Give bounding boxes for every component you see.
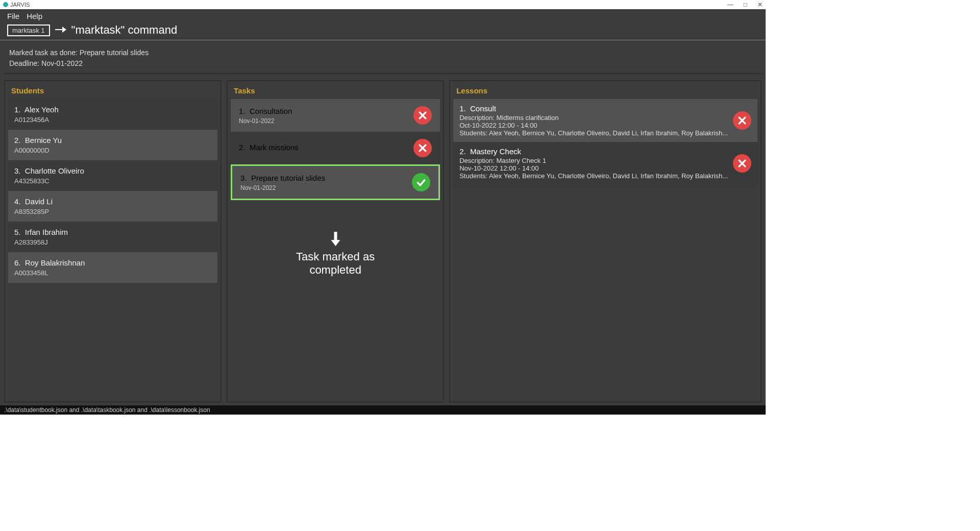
statusbar: .\data\studentbook.json and .\data\taskb… — [0, 405, 766, 415]
task-name: 3. Prepare tutorial slides — [240, 174, 325, 182]
close-icon[interactable]: ✕ — [757, 1, 763, 8]
lesson-name: 1. Consult — [459, 104, 728, 113]
x-icon — [733, 154, 751, 173]
task-item[interactable]: 3. Prepare tutorial slidesNov-01-2022 — [231, 164, 440, 200]
task-date: Nov-01-2022 — [239, 117, 292, 125]
menu-help[interactable]: Help — [27, 12, 42, 20]
result-display: Marked task as done: Prepare tutorial sl… — [4, 43, 762, 74]
lesson-students: Students: Alex Yeoh, Bernice Yu, Charlot… — [459, 129, 728, 137]
task-completed-annotation: Task marked as completed — [283, 232, 388, 277]
lesson-desc: Description: Midterms clarification — [459, 114, 728, 122]
annotation-text: Task marked as completed — [283, 250, 388, 277]
lessons-header: Lessons — [453, 84, 757, 99]
result-line: Marked task as done: Prepare tutorial sl… — [9, 47, 756, 58]
student-name: 4. David Li — [14, 197, 211, 206]
student-item[interactable]: 1. Alex YeohA0123456A — [8, 99, 217, 130]
task-name: 2. Mark missions — [239, 143, 299, 152]
minimize-icon[interactable]: — — [727, 1, 733, 8]
command-annotation: "marktask" command — [71, 23, 178, 37]
student-id: A0000000D — [14, 147, 211, 154]
arrow-down-icon — [283, 232, 388, 248]
student-item[interactable]: 6. Roy BalakrishnanA0033458L — [8, 252, 217, 283]
app-icon — [3, 2, 8, 7]
command-input[interactable]: marktask 1 — [7, 25, 50, 36]
student-name: 2. Bernice Yu — [14, 136, 211, 144]
task-item[interactable]: 1. ConsultationNov-01-2022 — [231, 99, 440, 132]
x-icon — [733, 111, 751, 130]
command-row: marktask 1 "marktask" command — [0, 22, 766, 40]
x-icon — [413, 106, 432, 125]
lesson-name: 2. Mastery Check — [459, 147, 728, 156]
task-item[interactable]: 2. Mark missions — [231, 132, 440, 164]
lesson-students: Students: Alex Yeoh, Bernice Yu, Charlot… — [459, 172, 728, 180]
lesson-item[interactable]: 1. ConsultDescription: Midterms clarific… — [453, 99, 757, 142]
task-date: Nov-01-2022 — [240, 184, 325, 191]
student-item[interactable]: 5. Irfan IbrahimA2833958J — [8, 222, 217, 252]
menu-file[interactable]: File — [7, 12, 19, 20]
student-item[interactable]: 4. David LiA8353285P — [8, 191, 217, 222]
lesson-desc: Description: Mastery Check 1 — [459, 157, 728, 164]
student-name: 6. Roy Balakrishnan — [14, 258, 211, 267]
student-id: A2833958J — [14, 238, 211, 246]
result-line: Deadline: Nov-01-2022 — [9, 58, 756, 69]
student-id: A8353285P — [14, 208, 211, 215]
statusbar-text: .\data\studentbook.json and .\data\taskb… — [4, 406, 210, 414]
window-titlebar: JARVIS — □ ✕ — [0, 0, 766, 9]
window-controls: — □ ✕ — [727, 1, 763, 8]
student-item[interactable]: 2. Bernice YuA0000000D — [8, 130, 217, 160]
student-name: 5. Irfan Ibrahim — [14, 228, 211, 236]
student-id: A4325833C — [14, 177, 211, 185]
maximize-icon[interactable]: □ — [744, 1, 747, 8]
x-icon — [413, 139, 432, 157]
window-title: JARVIS — [10, 2, 30, 8]
lesson-item[interactable]: 2. Mastery CheckDescription: Mastery Che… — [453, 142, 757, 185]
student-name: 3. Charlotte Oliveiro — [14, 166, 211, 175]
tasks-header: Tasks — [231, 84, 440, 99]
menubar: File Help — [0, 9, 766, 22]
student-name: 1. Alex Yeoh — [14, 105, 211, 114]
students-panel: Students 1. Alex YeohA0123456A2. Bernice… — [4, 80, 222, 402]
lessons-panel: Lessons 1. ConsultDescription: Midterms … — [449, 80, 762, 402]
check-icon — [412, 173, 430, 191]
arrow-right-icon — [55, 23, 66, 37]
tasks-panel: Tasks 1. ConsultationNov-01-20222. Mark … — [227, 80, 444, 402]
lesson-time: Oct-10-2022 12:00 - 14:00 — [459, 122, 728, 129]
student-item[interactable]: 3. Charlotte OliveiroA4325833C — [8, 160, 217, 191]
student-id: A0123456A — [14, 116, 211, 124]
student-id: A0033458L — [14, 269, 211, 277]
task-name: 1. Consultation — [239, 107, 292, 115]
students-header: Students — [8, 84, 217, 99]
lesson-time: Nov-10-2022 12:00 - 14:00 — [459, 164, 728, 172]
